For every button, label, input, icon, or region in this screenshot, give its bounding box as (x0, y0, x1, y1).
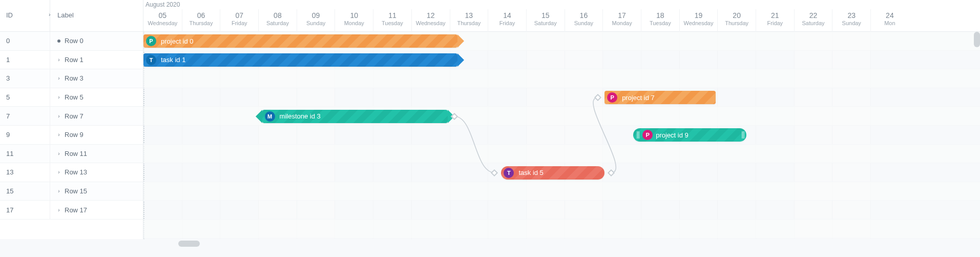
list-row[interactable]: 17›Row 17 (0, 201, 143, 220)
column-header-id[interactable]: ID (0, 0, 50, 31)
row-label-cell: ›Row 15 (50, 182, 143, 201)
row-label-text: Row 11 (65, 150, 87, 157)
day-header[interactable]: 22Saturday (794, 9, 832, 32)
day-header[interactable]: 21Friday (756, 9, 794, 32)
chevron-right-icon[interactable]: › (57, 132, 60, 137)
day-header[interactable]: 13Thursday (450, 9, 488, 32)
gantt-bar-project-7[interactable]: Pproject id 7 (604, 91, 716, 104)
list-row[interactable]: 13›Row 13 (0, 163, 143, 182)
timeline-month-label: August 2020 (145, 1, 180, 8)
day-header[interactable]: 07Friday (220, 9, 258, 32)
bar-label: milestone id 3 (280, 112, 321, 120)
day-number: 22 (795, 11, 832, 19)
row-label-text: Row 15 (65, 187, 87, 195)
chevron-right-icon[interactable]: › (57, 169, 60, 175)
day-number: 11 (373, 11, 411, 19)
list-row[interactable]: 7›Row 7 (0, 107, 143, 126)
list-row[interactable]: 11›Row 11 (0, 145, 143, 164)
day-header[interactable]: 08Saturday (258, 9, 297, 32)
chevron-right-icon[interactable]: › (57, 113, 60, 119)
day-name: Monday (335, 20, 373, 26)
horizontal-scrollbar-track[interactable] (143, 241, 980, 248)
timeline-body[interactable]: Pproject id 0Ttask id 1Pproject id 7Mmil… (143, 32, 980, 239)
day-name: Wednesday (412, 20, 450, 26)
list-row[interactable]: 15›Row 15 (0, 182, 143, 201)
resize-grip-right[interactable] (740, 130, 744, 140)
day-name: Tuesday (641, 20, 679, 26)
day-header[interactable]: 18Tuesday (641, 9, 679, 32)
list-row[interactable]: 3›Row 3 (0, 69, 143, 88)
project-icon: P (607, 92, 617, 103)
day-header[interactable]: 11Tuesday (373, 9, 411, 32)
grid-row (143, 182, 980, 201)
day-header[interactable]: 10Monday (335, 9, 373, 32)
chevron-right-icon[interactable]: › (57, 94, 60, 100)
gantt-bar-milestone-3[interactable]: Mmilestone id 3 (262, 110, 448, 123)
column-header-label[interactable]: › Label (50, 0, 143, 31)
day-header[interactable]: 23Sunday (832, 9, 870, 32)
row-label-text: Row 5 (65, 93, 84, 101)
day-number: 07 (220, 11, 258, 19)
gantt-bar-project-9[interactable]: Pproject id 9 (633, 128, 746, 142)
grid-row (143, 145, 980, 164)
row-id-cell: 1 (0, 51, 50, 69)
day-header[interactable]: 20Thursday (717, 9, 756, 32)
grid-row (143, 220, 980, 239)
row-label-cell: ›Row 9 (50, 126, 143, 144)
row-label-cell: ›Row 17 (50, 201, 143, 219)
row-label-cell: ›Row 7 (50, 107, 143, 125)
day-name: Sunday (565, 20, 603, 26)
day-name: Thursday (718, 20, 756, 26)
gantt-bar-task-1[interactable]: Ttask id 1 (143, 53, 457, 67)
sidebar-header: ID › Label (0, 0, 143, 32)
day-number: 12 (412, 11, 450, 19)
chevron-right-icon[interactable]: › (57, 207, 60, 213)
list-row[interactable]: 9›Row 9 (0, 126, 143, 145)
chevron-right-icon[interactable]: › (57, 151, 60, 156)
day-header[interactable]: 12Wednesday (411, 9, 450, 32)
day-number: 10 (335, 11, 373, 19)
row-label-cell: Row 0 (50, 32, 143, 50)
day-name: Friday (488, 20, 526, 26)
chevron-right-icon[interactable]: › (57, 75, 60, 81)
row-id-cell: 7 (0, 107, 50, 125)
day-header[interactable]: 09Sunday (297, 9, 335, 32)
sidebar-rows: 0Row 01›Row 13›Row 35›Row 57›Row 79›Row … (0, 32, 143, 220)
gantt-bar-project-0[interactable]: Pproject id 0 (143, 34, 457, 48)
day-header[interactable]: 14Friday (488, 9, 526, 32)
row-label-cell: ›Row 13 (50, 163, 143, 182)
row-id-cell: 17 (0, 201, 50, 219)
day-name: Mon (871, 20, 909, 26)
list-row[interactable]: 5›Row 5 (0, 88, 143, 107)
day-number: 09 (297, 11, 335, 19)
vertical-scrollbar-thumb[interactable] (974, 32, 980, 47)
day-name: Friday (756, 20, 794, 26)
day-header[interactable]: 24Mon (870, 9, 909, 32)
day-header[interactable]: 06Thursday (182, 9, 220, 32)
row-label-text: Row 3 (65, 74, 84, 82)
row-id-cell: 5 (0, 88, 50, 107)
bar-label: project id 9 (656, 131, 689, 139)
chevron-right-icon[interactable]: › (57, 188, 60, 194)
row-id-cell: 13 (0, 163, 50, 182)
day-header[interactable]: 05Wednesday (143, 9, 182, 32)
day-name: Thursday (182, 20, 220, 26)
list-row[interactable]: 0Row 0 (0, 32, 143, 51)
project-icon: P (642, 130, 653, 140)
day-header[interactable]: 15Saturday (526, 9, 565, 32)
day-header[interactable]: 19Wednesday (679, 9, 718, 32)
day-header[interactable]: 16Sunday (565, 9, 603, 32)
resize-grip-left[interactable] (635, 130, 639, 140)
list-row[interactable]: 1›Row 1 (0, 51, 143, 70)
gantt-bar-task-5[interactable]: Ttask id 5 (501, 166, 604, 180)
day-name: Wednesday (143, 20, 182, 26)
bar-label: task id 5 (518, 169, 543, 176)
day-name: Tuesday (373, 20, 411, 26)
day-header[interactable]: 17Monday (602, 9, 641, 32)
day-name: Sunday (297, 20, 335, 26)
row-id-cell: 11 (0, 145, 50, 163)
horizontal-scrollbar-thumb[interactable] (178, 241, 200, 247)
row-id-cell: 15 (0, 182, 50, 201)
column-header-label-text: Label (57, 11, 74, 19)
chevron-right-icon[interactable]: › (57, 57, 60, 63)
